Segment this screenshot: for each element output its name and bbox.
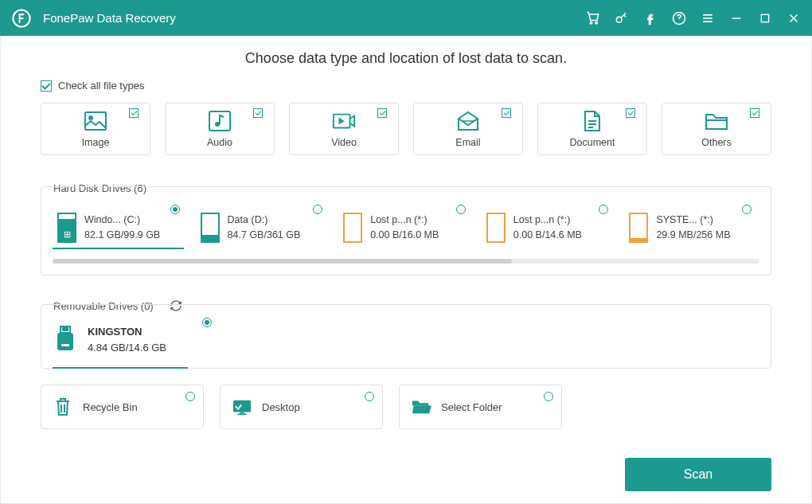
check-all-label: Check all file types	[58, 80, 144, 92]
title-actions	[584, 10, 802, 27]
recycle-bin-icon	[53, 397, 73, 417]
hd-selection-underline	[53, 248, 184, 249]
folder-icon	[705, 110, 728, 132]
drive-d[interactable]: Data (D:)84.7 GB/361 GB	[196, 213, 331, 243]
drive-c-radio[interactable]	[170, 205, 180, 214]
filetype-others-label: Others	[701, 137, 732, 148]
svg-rect-9	[761, 14, 768, 21]
document-icon	[580, 110, 604, 132]
svg-rect-25	[61, 343, 70, 347]
svg-rect-29	[240, 412, 244, 414]
removable-drive-kingston[interactable]: KINGSTON4.84 GB/14.6 GB	[53, 324, 212, 355]
image-icon	[84, 110, 107, 132]
filetype-audio[interactable]: Audio	[165, 103, 275, 155]
filetype-document[interactable]: Document	[537, 103, 647, 155]
removable-name: KINGSTON	[88, 324, 166, 340]
file-types-row: Image Audio Video Email Document Others	[41, 103, 771, 155]
video-icon	[332, 110, 356, 132]
drive-d-radio[interactable]	[313, 205, 322, 214]
filetype-others[interactable]: Others	[662, 103, 771, 155]
location-recycle-bin-radio[interactable]	[185, 392, 195, 401]
cart-icon[interactable]	[584, 10, 602, 27]
maximize-icon[interactable]	[756, 10, 774, 27]
drive-c[interactable]: ⊞ Windo... (C:)82.1 GB/99.9 GB	[53, 213, 188, 243]
svg-rect-12	[85, 112, 106, 130]
locations-row: Recycle Bin Desktop Select Folder	[41, 385, 771, 429]
location-desktop-radio[interactable]	[365, 392, 374, 401]
filetype-email-checkbox[interactable]	[502, 108, 511, 118]
scan-row: Scan	[41, 450, 771, 491]
location-select-folder-label: Select Folder	[441, 401, 502, 413]
location-desktop[interactable]: Desktop	[220, 385, 383, 429]
filetype-audio-label: Audio	[207, 137, 232, 148]
help-icon[interactable]	[670, 10, 688, 27]
app-logo	[10, 6, 33, 30]
filetype-video-label: Video	[331, 137, 357, 148]
minimize-icon[interactable]	[728, 10, 745, 27]
close-icon[interactable]	[785, 10, 802, 27]
location-recycle-bin[interactable]: Recycle Bin	[41, 385, 204, 429]
filetype-document-checkbox[interactable]	[626, 108, 635, 118]
removable-section: KINGSTON4.84 GB/14.6 GB	[41, 304, 771, 369]
svg-rect-22	[63, 328, 64, 330]
filetype-others-checkbox[interactable]	[750, 108, 759, 118]
svg-point-3	[616, 17, 622, 22]
svg-point-13	[89, 116, 92, 119]
scan-button[interactable]: Scan	[625, 458, 771, 491]
check-all-checkbox[interactable]	[41, 80, 52, 92]
filetype-video-checkbox[interactable]	[377, 108, 387, 118]
page-title: Choose data type and location of lost da…	[41, 50, 771, 67]
filetype-audio-checkbox[interactable]	[253, 108, 263, 118]
removable-selection-underline	[53, 367, 188, 369]
drive-lost-1-radio[interactable]	[456, 205, 466, 214]
app-title: FonePaw Data Recovery	[43, 11, 176, 25]
hard-disk-section: ⊞ Windo... (C:)82.1 GB/99.9 GB Data (D:)…	[41, 186, 771, 275]
drive-lost-1[interactable]: Lost p...n (*:)0.00 B/16.0 MB	[338, 213, 474, 243]
usb-icon	[53, 325, 78, 355]
location-recycle-bin-label: Recycle Bin	[83, 401, 138, 413]
removable-kingston-radio[interactable]	[202, 318, 212, 327]
drive-lost-2-radio[interactable]	[599, 205, 608, 214]
location-desktop-label: Desktop	[262, 401, 300, 413]
filetype-video[interactable]: Video	[289, 103, 399, 155]
removable-size: 4.84 GB/14.6 GB	[88, 340, 166, 356]
hard-disk-row: ⊞ Windo... (C:)82.1 GB/99.9 GB Data (D:)…	[53, 213, 759, 243]
facebook-icon[interactable]	[642, 10, 659, 27]
filetype-image[interactable]: Image	[41, 103, 150, 155]
check-all-row[interactable]: Check all file types	[41, 80, 771, 92]
drive-system[interactable]: SYSTE... (*:)29.9 MB/256 MB	[624, 213, 759, 243]
hd-scrollbar[interactable]	[53, 259, 759, 264]
drive-lost-2[interactable]: Lost p...n (*:)0.00 B/14.6 MB	[482, 213, 617, 243]
folder-open-icon	[411, 397, 431, 417]
menu-icon[interactable]	[699, 10, 716, 27]
key-icon[interactable]	[613, 10, 630, 27]
svg-point-1	[590, 21, 592, 24]
filetype-image-label: Image	[82, 137, 110, 148]
drive-system-radio[interactable]	[742, 205, 751, 214]
filetype-email[interactable]: Email	[413, 103, 523, 155]
svg-point-2	[595, 21, 598, 24]
desktop-icon	[232, 397, 252, 417]
filetype-image-checkbox[interactable]	[129, 108, 139, 118]
titlebar: FonePaw Data Recovery	[0, 0, 812, 36]
audio-icon	[208, 110, 232, 132]
filetype-document-label: Document	[570, 137, 615, 148]
content: Choose data type and location of lost da…	[0, 36, 812, 504]
email-icon	[456, 110, 480, 132]
svg-rect-23	[66, 328, 68, 330]
location-select-folder[interactable]: Select Folder	[399, 385, 562, 429]
filetype-email-label: Email	[455, 137, 480, 148]
svg-rect-30	[237, 413, 246, 415]
location-select-folder-radio[interactable]	[544, 392, 553, 401]
